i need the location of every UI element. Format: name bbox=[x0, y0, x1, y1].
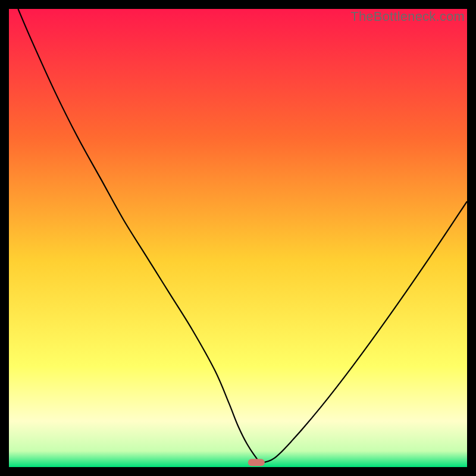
chart-frame: TheBottleneck.com bbox=[9, 9, 467, 467]
bottleneck-chart bbox=[9, 9, 467, 467]
gradient-background bbox=[9, 9, 467, 467]
optimal-point-marker bbox=[248, 459, 265, 466]
